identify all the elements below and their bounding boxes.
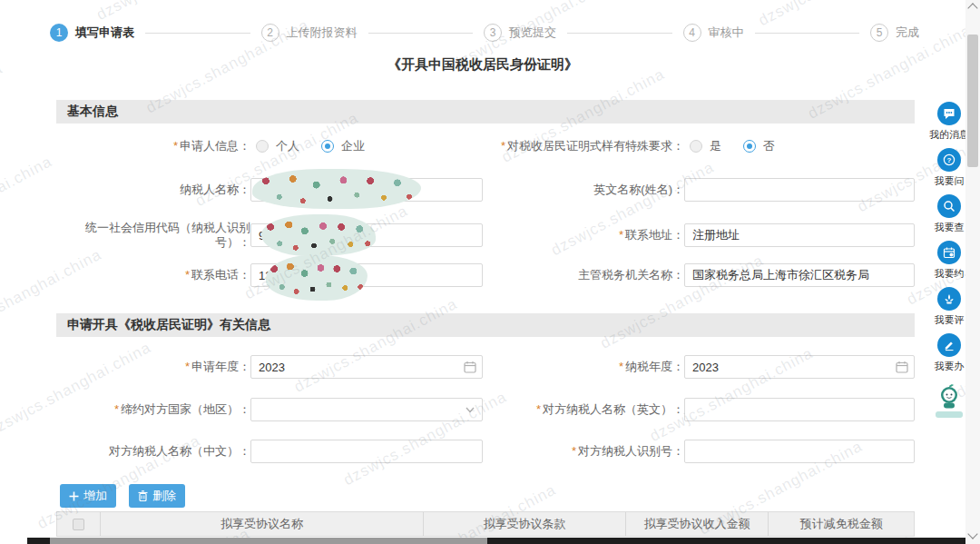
stepper-connector (567, 33, 672, 34)
table-toolbar: 增加 删除 (60, 484, 185, 508)
counterparty-name-en-label: *对方纳税人名称（英文）： (492, 402, 684, 417)
radio-no[interactable] (743, 140, 756, 153)
contact-address-input[interactable] (684, 223, 915, 247)
step-5-done[interactable]: 5 完成 (870, 24, 919, 42)
required-asterisk: * (572, 444, 576, 458)
scroll-up-arrow-icon[interactable] (967, 3, 977, 13)
vertical-scrollbar-thumb[interactable] (967, 35, 978, 167)
select-all-checkbox[interactable] (73, 519, 84, 530)
redaction-blob-phone (266, 255, 368, 301)
section-basic-info-title: 基本信息 (67, 104, 118, 120)
sidebar-item-appointment[interactable]: 我要约 (935, 241, 965, 281)
plus-icon (69, 491, 79, 501)
col-treaty-name: 拟享受协议名称 (101, 512, 424, 536)
col-treaty-clause: 拟享受协议条款 (424, 512, 626, 536)
radio-individual-label[interactable]: 个人 (276, 138, 299, 154)
stepper-connector (368, 33, 474, 34)
radio-yes[interactable] (690, 140, 702, 153)
special-format-radio-group: 是 否 (690, 138, 789, 154)
sidebar-item-review[interactable]: 我要评 (935, 287, 965, 327)
sidebar-label: 我的消息 (929, 128, 969, 142)
required-asterisk: * (619, 360, 623, 373)
horizontal-scrollbar[interactable] (27, 538, 965, 544)
quick-actions-sidebar: 我的消息 ? 我要问 我要查 我要约 我要评 (927, 102, 971, 418)
radio-enterprise-label[interactable]: 企业 (341, 138, 365, 154)
tax-year-input[interactable] (684, 355, 915, 379)
pencil-icon (937, 333, 961, 357)
col-treaty-income: 拟享受协议收入金额 (626, 512, 769, 536)
english-name-label: 英文名称(姓名)： (492, 183, 684, 197)
step-5-label: 完成 (896, 25, 919, 41)
mascot-icon (936, 383, 963, 410)
sidebar-label: 我要办 (935, 360, 965, 373)
praise-icon (937, 287, 961, 311)
applicant-type-label: *申请人信息： (56, 139, 250, 153)
required-asterisk: * (619, 228, 623, 242)
delete-row-button[interactable]: 删除 (129, 484, 185, 508)
question-icon: ? (937, 148, 961, 172)
row-credit-code: 统一社会信用代码（纳税人识别号）： *联系地址： (56, 221, 915, 250)
row-contact-phone: *联系电话： 主管税务机关名称： (56, 263, 915, 287)
calendar-icon[interactable] (896, 361, 908, 373)
row-counterparty-name-cn: 对方纳税人名称（中文）： *对方纳税人识别号： (56, 440, 915, 463)
calendar-icon[interactable] (464, 361, 476, 373)
sidebar-item-handle[interactable]: 我要办 (935, 333, 965, 373)
counterparty-name-en-input[interactable] (684, 398, 915, 421)
sidebar-label: 我要查 (935, 221, 965, 234)
step-1-fill-form[interactable]: 1 填写申请表 (50, 24, 134, 42)
row-treaty-country: *缔约对方国家（地区）： *对方纳税人名称（英文）： (56, 398, 915, 421)
scroll-down-arrow-icon[interactable] (967, 529, 977, 539)
assistant-mascot[interactable] (936, 383, 963, 418)
svg-text:?: ? (947, 156, 952, 164)
chevron-down-icon[interactable] (464, 403, 476, 416)
appointment-icon (937, 241, 961, 264)
redaction-blob-credit-code (261, 214, 376, 256)
treaty-country-select[interactable] (250, 398, 483, 421)
radio-individual[interactable] (256, 140, 269, 153)
counterparty-tin-input[interactable] (684, 440, 915, 463)
row-taxpayer-name: 纳税人名称： 英文名称(姓名)： (56, 178, 915, 202)
step-3-preview-submit[interactable]: 3 预览提交 (484, 24, 556, 42)
contact-phone-label: *联系电话： (56, 268, 250, 282)
sidebar-item-ask[interactable]: ? 我要问 (935, 148, 965, 188)
radio-yes-label[interactable]: 是 (710, 138, 721, 154)
message-icon (937, 102, 961, 125)
counterparty-tin-label: *对方纳税人识别号： (492, 444, 684, 459)
search-icon (937, 194, 961, 218)
application-year-label: *申请年度： (56, 360, 250, 374)
sidebar-item-my-messages[interactable]: 我的消息 (929, 102, 969, 142)
step-3-label: 预览提交 (509, 25, 556, 41)
step-4-reviewing[interactable]: 4 审核中 (683, 24, 744, 42)
vertical-scrollbar[interactable] (965, 0, 980, 544)
required-asterisk: * (173, 139, 178, 153)
applicant-type-radio-group: 个人 企业 (256, 138, 379, 154)
special-format-label: *对税收居民证明式样有特殊要求： (492, 139, 684, 153)
step-1-label: 填写申请表 (75, 25, 134, 41)
treaty-table-header: 拟享受协议名称 拟享受协议条款 拟享受协议收入金额 预计减免税金额 (56, 511, 915, 537)
stepper-connector (755, 33, 860, 34)
step-3-number: 3 (484, 24, 502, 42)
add-row-button[interactable]: 增加 (60, 484, 116, 508)
horizontal-scrollbar-thumb[interactable] (50, 538, 487, 544)
step-2-upload[interactable]: 2 上传附报资料 (261, 24, 358, 42)
section-treaty-info-header: 申请开具《税收居民证明》有关信息 (56, 313, 915, 337)
taxpayer-name-label: 纳税人名称： (56, 183, 250, 197)
step-2-label: 上传附报资料 (287, 25, 358, 41)
sidebar-item-search[interactable]: 我要查 (935, 194, 965, 234)
radio-no-label[interactable]: 否 (763, 138, 775, 154)
treaty-country-label: *缔约对方国家（地区）： (56, 402, 250, 417)
tax-authority-label: 主管税务机关名称： (492, 268, 684, 282)
redaction-blob-taxpayer-name (252, 169, 421, 209)
required-asterisk: * (114, 402, 119, 416)
required-asterisk: * (185, 268, 190, 282)
counterparty-name-cn-input[interactable] (250, 440, 483, 463)
credit-code-label: 统一社会信用代码（纳税人识别号）： (56, 221, 250, 250)
english-name-input[interactable] (684, 178, 915, 202)
col-estimated-tax-relief: 预计减免税金额 (769, 512, 914, 536)
tax-authority-input[interactable] (684, 263, 915, 287)
contact-address-label: *联系地址： (492, 228, 684, 242)
application-year-input[interactable] (250, 355, 483, 379)
trash-icon (138, 490, 148, 501)
step-4-label: 审核中 (709, 25, 744, 41)
radio-enterprise[interactable] (321, 140, 334, 153)
